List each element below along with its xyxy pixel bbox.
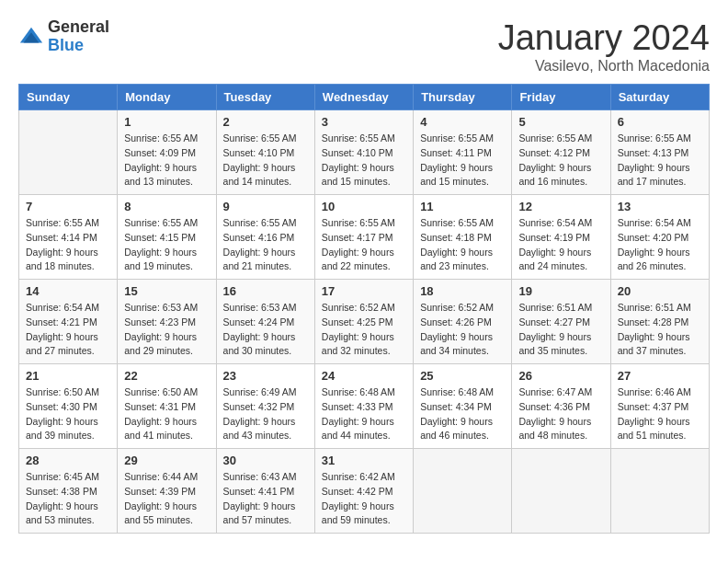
calendar-cell: 30Sunrise: 6:43 AMSunset: 4:41 PMDayligh… [216, 449, 314, 534]
day-number: 23 [223, 369, 308, 383]
day-number: 12 [518, 200, 603, 213]
calendar-cell: 20Sunrise: 6:51 AMSunset: 4:28 PMDayligh… [610, 280, 709, 364]
header-cell-monday: Monday [118, 85, 216, 110]
calendar-cell: 29Sunrise: 6:44 AMSunset: 4:39 PMDayligh… [118, 449, 216, 534]
calendar-cell: 28Sunrise: 6:45 AMSunset: 4:38 PMDayligh… [19, 449, 118, 534]
calendar-cell: 18Sunrise: 6:52 AMSunset: 4:26 PMDayligh… [414, 280, 512, 364]
logo-text: General Blue [48, 18, 109, 55]
day-number: 15 [124, 284, 209, 298]
calendar-cell: 19Sunrise: 6:51 AMSunset: 4:27 PMDayligh… [512, 280, 610, 364]
calendar-cell: 1Sunrise: 6:55 AMSunset: 4:09 PMDaylight… [118, 110, 216, 195]
day-detail: Sunrise: 6:50 AMSunset: 4:30 PMDaylight:… [26, 385, 110, 443]
day-detail: Sunrise: 6:44 AMSunset: 4:39 PMDaylight:… [124, 470, 209, 528]
day-number: 20 [618, 284, 702, 298]
day-detail: Sunrise: 6:53 AMSunset: 4:24 PMDaylight:… [223, 301, 308, 359]
calendar-cell: 15Sunrise: 6:53 AMSunset: 4:23 PMDayligh… [118, 280, 216, 364]
day-number: 18 [420, 284, 505, 298]
calendar-cell: 13Sunrise: 6:54 AMSunset: 4:20 PMDayligh… [610, 195, 709, 280]
logo-blue: Blue [48, 37, 109, 55]
calendar-week-3: 14Sunrise: 6:54 AMSunset: 4:21 PMDayligh… [19, 280, 710, 364]
calendar-cell: 12Sunrise: 6:54 AMSunset: 4:19 PMDayligh… [512, 195, 610, 280]
day-number: 11 [420, 200, 505, 213]
day-detail: Sunrise: 6:55 AMSunset: 4:15 PMDaylight:… [124, 216, 209, 274]
calendar-cell: 3Sunrise: 6:55 AMSunset: 4:10 PMDaylight… [314, 110, 413, 195]
calendar-cell: 25Sunrise: 6:48 AMSunset: 4:34 PMDayligh… [414, 364, 512, 449]
day-detail: Sunrise: 6:51 AMSunset: 4:28 PMDaylight:… [618, 301, 702, 359]
calendar-week-5: 28Sunrise: 6:45 AMSunset: 4:38 PMDayligh… [19, 449, 710, 534]
day-number: 5 [518, 115, 603, 129]
calendar-cell: 24Sunrise: 6:48 AMSunset: 4:33 PMDayligh… [314, 364, 413, 449]
day-detail: Sunrise: 6:55 AMSunset: 4:10 PMDaylight:… [223, 132, 308, 190]
day-detail: Sunrise: 6:55 AMSunset: 4:09 PMDaylight:… [124, 132, 209, 190]
logo-icon [18, 24, 44, 50]
page-header: General Blue January 2024 Vasilevo, Nort… [18, 18, 710, 75]
day-number: 25 [420, 369, 505, 383]
day-number: 27 [618, 369, 702, 383]
day-detail: Sunrise: 6:42 AMSunset: 4:42 PMDaylight:… [322, 470, 406, 528]
day-number: 1 [124, 115, 209, 129]
day-detail: Sunrise: 6:47 AMSunset: 4:36 PMDaylight:… [518, 385, 603, 443]
day-number: 26 [518, 369, 603, 383]
day-number: 2 [223, 115, 308, 129]
day-number: 24 [322, 369, 406, 383]
day-number: 28 [26, 454, 110, 467]
day-detail: Sunrise: 6:55 AMSunset: 4:14 PMDaylight:… [26, 216, 110, 274]
calendar-cell [512, 449, 610, 534]
day-number: 9 [223, 200, 308, 213]
day-detail: Sunrise: 6:55 AMSunset: 4:11 PMDaylight:… [420, 132, 505, 190]
day-detail: Sunrise: 6:55 AMSunset: 4:10 PMDaylight:… [322, 132, 406, 190]
day-number: 16 [223, 284, 308, 298]
header-cell-saturday: Saturday [610, 85, 709, 110]
day-number: 4 [420, 115, 505, 129]
header-cell-friday: Friday [512, 85, 610, 110]
calendar-cell: 23Sunrise: 6:49 AMSunset: 4:32 PMDayligh… [216, 364, 314, 449]
day-number: 10 [322, 200, 406, 213]
calendar-cell: 7Sunrise: 6:55 AMSunset: 4:14 PMDaylight… [19, 195, 118, 280]
day-detail: Sunrise: 6:49 AMSunset: 4:32 PMDaylight:… [223, 385, 308, 443]
calendar-table: SundayMondayTuesdayWednesdayThursdayFrid… [18, 84, 710, 534]
calendar-cell: 5Sunrise: 6:55 AMSunset: 4:12 PMDaylight… [512, 110, 610, 195]
calendar-cell: 26Sunrise: 6:47 AMSunset: 4:36 PMDayligh… [512, 364, 610, 449]
day-number: 14 [26, 284, 110, 298]
day-number: 30 [223, 454, 308, 467]
calendar-week-4: 21Sunrise: 6:50 AMSunset: 4:30 PMDayligh… [19, 364, 710, 449]
calendar-week-2: 7Sunrise: 6:55 AMSunset: 4:14 PMDaylight… [19, 195, 710, 280]
day-detail: Sunrise: 6:43 AMSunset: 4:41 PMDaylight:… [223, 470, 308, 528]
day-detail: Sunrise: 6:48 AMSunset: 4:33 PMDaylight:… [322, 385, 406, 443]
day-number: 8 [124, 200, 209, 213]
day-number: 31 [322, 454, 406, 467]
calendar-cell: 10Sunrise: 6:55 AMSunset: 4:17 PMDayligh… [314, 195, 413, 280]
day-detail: Sunrise: 6:55 AMSunset: 4:16 PMDaylight:… [223, 216, 308, 274]
day-number: 3 [322, 115, 406, 129]
calendar-cell: 22Sunrise: 6:50 AMSunset: 4:31 PMDayligh… [118, 364, 216, 449]
calendar-cell: 21Sunrise: 6:50 AMSunset: 4:30 PMDayligh… [19, 364, 118, 449]
calendar-cell: 31Sunrise: 6:42 AMSunset: 4:42 PMDayligh… [314, 449, 413, 534]
day-detail: Sunrise: 6:46 AMSunset: 4:37 PMDaylight:… [618, 385, 702, 443]
day-number: 29 [124, 454, 209, 467]
calendar-cell: 11Sunrise: 6:55 AMSunset: 4:18 PMDayligh… [414, 195, 512, 280]
header-cell-tuesday: Tuesday [216, 85, 314, 110]
day-detail: Sunrise: 6:45 AMSunset: 4:38 PMDaylight:… [26, 470, 110, 528]
calendar-cell: 16Sunrise: 6:53 AMSunset: 4:24 PMDayligh… [216, 280, 314, 364]
header-cell-wednesday: Wednesday [314, 85, 413, 110]
calendar-cell: 8Sunrise: 6:55 AMSunset: 4:15 PMDaylight… [118, 195, 216, 280]
calendar-cell: 17Sunrise: 6:52 AMSunset: 4:25 PMDayligh… [314, 280, 413, 364]
header-cell-thursday: Thursday [414, 85, 512, 110]
logo-general: General [48, 18, 109, 37]
day-detail: Sunrise: 6:55 AMSunset: 4:17 PMDaylight:… [322, 216, 406, 274]
calendar-cell: 6Sunrise: 6:55 AMSunset: 4:13 PMDaylight… [610, 110, 709, 195]
calendar-cell: 27Sunrise: 6:46 AMSunset: 4:37 PMDayligh… [610, 364, 709, 449]
day-detail: Sunrise: 6:55 AMSunset: 4:13 PMDaylight:… [618, 132, 702, 190]
day-number: 19 [518, 284, 603, 298]
day-number: 13 [618, 200, 702, 213]
header-cell-sunday: Sunday [19, 85, 118, 110]
calendar-cell: 14Sunrise: 6:54 AMSunset: 4:21 PMDayligh… [19, 280, 118, 364]
day-detail: Sunrise: 6:51 AMSunset: 4:27 PMDaylight:… [518, 301, 603, 359]
day-detail: Sunrise: 6:48 AMSunset: 4:34 PMDaylight:… [420, 385, 505, 443]
day-detail: Sunrise: 6:52 AMSunset: 4:25 PMDaylight:… [322, 301, 406, 359]
logo: General Blue [18, 18, 109, 55]
title-block: January 2024 Vasilevo, North Macedonia [498, 18, 710, 75]
day-number: 6 [618, 115, 702, 129]
calendar-cell [610, 449, 709, 534]
header-row: SundayMondayTuesdayWednesdayThursdayFrid… [19, 85, 710, 110]
